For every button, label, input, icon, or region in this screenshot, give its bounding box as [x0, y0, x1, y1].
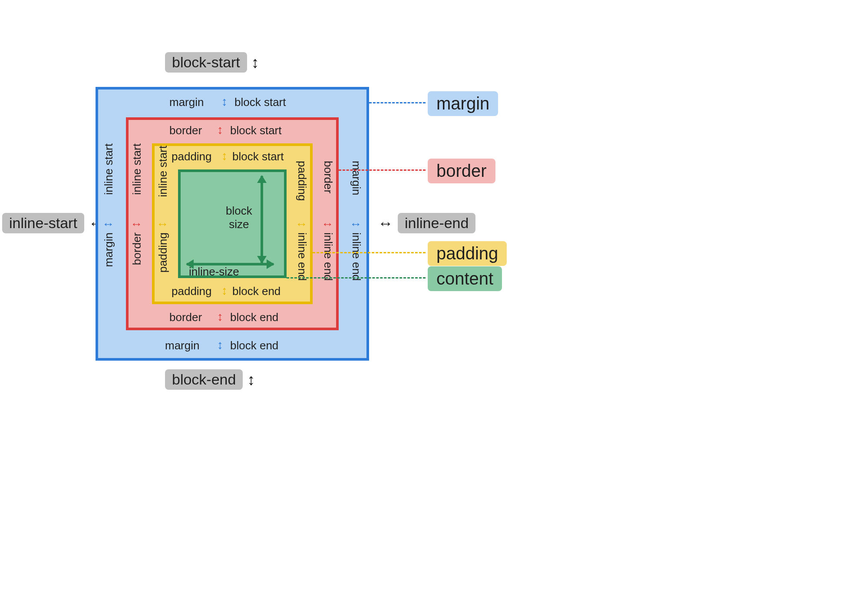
margin-top-left-label: margin	[169, 96, 204, 109]
padding-right-bot-label: inline end	[295, 232, 309, 281]
margin-left-top-label: margin	[102, 232, 116, 267]
axis-inline-end: ↔ inline-end	[378, 213, 475, 233]
margin-bot-left-label: margin	[165, 339, 199, 352]
margin-bot-right-label: block end	[230, 339, 278, 352]
leftright-arrow-icon: ↔	[102, 217, 114, 231]
border-top-left-label: border	[169, 124, 202, 137]
axis-block-end: block-end ↕	[165, 369, 255, 390]
legend-margin: margin	[428, 91, 498, 116]
updown-arrow-icon: ↕	[217, 123, 223, 137]
axis-block-start: block-start ↕	[165, 52, 259, 73]
updown-arrow-icon: ↕	[247, 371, 255, 389]
margin-right-top-label: margin	[350, 161, 363, 195]
updown-arrow-icon: ↕	[217, 310, 223, 324]
legend-content: content	[428, 266, 502, 291]
padding-bot-right-label: block end	[232, 285, 281, 298]
block-size-label: block size	[226, 204, 252, 231]
axis-block-start-label: block-start	[165, 52, 247, 73]
padding-top-right-label: block start	[232, 150, 284, 163]
leftright-arrow-icon: ↔	[350, 217, 362, 231]
axis-inline-end-label: inline-end	[398, 213, 475, 233]
legend-padding-label: padding	[428, 241, 507, 266]
border-bot-left-label: border	[169, 311, 202, 324]
updown-arrow-icon: ↕	[221, 149, 228, 163]
margin-top-right-label: block start	[234, 96, 286, 109]
border-bot-right-label: block end	[230, 311, 278, 324]
padding-bot-left-label: padding	[172, 285, 212, 298]
legend-padding: padding	[428, 241, 507, 266]
legend-line-margin	[369, 102, 426, 103]
border-left-top-label: border	[130, 232, 144, 265]
axis-inline-start: inline-start ↔	[2, 213, 104, 233]
axis-block-end-label: block-end	[165, 369, 243, 390]
legend-line-padding	[313, 252, 426, 253]
padding-right-top-label: padding	[295, 161, 309, 201]
border-right-top-label: border	[321, 161, 335, 193]
margin-left-bot-label: inline start	[102, 143, 116, 195]
axis-inline-start-label: inline-start	[2, 213, 84, 233]
inline-size-label: inline-size	[189, 265, 239, 279]
legend-content-label: content	[428, 266, 502, 291]
leftright-arrow-icon: ↔	[156, 217, 168, 231]
block-size-arrow-icon	[261, 176, 263, 263]
border-left-bot-label: inline start	[130, 143, 144, 195]
border-right-bot-label: inline end	[321, 232, 335, 281]
margin-right-bot-label: inline end	[350, 232, 363, 281]
legend-border: border	[428, 159, 495, 183]
updown-arrow-icon: ↕	[221, 95, 228, 109]
padding-left-bot-label: inline start	[156, 146, 170, 197]
leftright-arrow-icon: ↔	[321, 217, 333, 231]
padding-top-left-label: padding	[172, 150, 212, 163]
updown-arrow-icon: ↕	[217, 338, 223, 352]
legend-border-label: border	[428, 159, 495, 183]
updown-arrow-icon: ↕	[251, 53, 259, 72]
leftright-arrow-icon: ↔	[130, 217, 142, 231]
leftright-arrow-icon: ↔	[378, 214, 393, 232]
leftright-arrow-icon: ↔	[295, 217, 307, 231]
updown-arrow-icon: ↕	[221, 284, 228, 298]
box-model-diagram: block-start ↕ block-end ↕ inline-start ↔…	[0, 0, 868, 607]
border-top-right-label: block start	[230, 124, 282, 137]
legend-margin-label: margin	[428, 91, 498, 116]
legend-line-content	[287, 277, 426, 279]
padding-left-top-label: padding	[156, 232, 170, 273]
legend-line-border	[339, 169, 426, 171]
